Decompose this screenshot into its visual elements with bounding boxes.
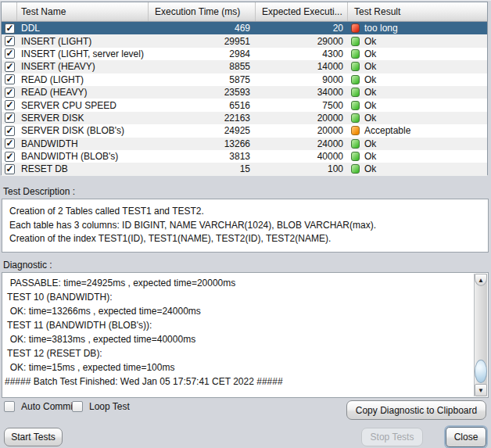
table-row[interactable]: READ (HEAVY)2359334000Ok xyxy=(2,86,487,99)
scroll-down-icon[interactable]: ▼ xyxy=(475,384,487,396)
table-row[interactable]: SERVER DISK2216320000Ok xyxy=(2,112,487,124)
scrollbar-thumb[interactable] xyxy=(475,360,487,383)
test-name-cell[interactable]: DDL xyxy=(17,23,149,34)
diagnostic-text[interactable]: PASSABLE: time=24925ms , expected time=2… xyxy=(2,273,488,389)
execution-time-cell[interactable]: 6516 xyxy=(149,100,256,111)
table-row[interactable]: BANDWIDTH (BLOB's)381340000Ok xyxy=(2,150,487,163)
checked-checkbox-icon[interactable] xyxy=(5,113,15,123)
expected-time-cell[interactable]: 20 xyxy=(256,23,348,34)
copy-diagnostic-button[interactable]: Copy Diagnostic to Clipboard xyxy=(346,400,486,420)
test-name-cell[interactable]: READ (HEAVY) xyxy=(17,87,149,98)
test-name-cell[interactable]: SERVER CPU SPEED xyxy=(17,100,149,111)
expected-time-cell[interactable]: 34000 xyxy=(256,87,348,98)
checked-checkbox-icon[interactable] xyxy=(5,62,15,72)
checked-checkbox-icon[interactable] xyxy=(5,36,15,46)
checked-checkbox-icon[interactable] xyxy=(5,126,15,136)
column-header-test-name[interactable]: Test Name xyxy=(17,2,149,21)
loop-test-label: Loop Test xyxy=(89,401,130,412)
table-row[interactable]: RESET DB15100Ok xyxy=(2,163,487,175)
test-name-cell[interactable]: READ (LIGHT) xyxy=(17,74,149,85)
scroll-up-icon[interactable]: ▲ xyxy=(475,274,487,286)
checked-checkbox-icon[interactable] xyxy=(5,164,15,174)
close-button[interactable]: Close xyxy=(446,427,486,447)
expected-time-cell[interactable]: 29000 xyxy=(256,36,348,47)
table-row[interactable]: READ (LIGHT)58759000Ok xyxy=(2,73,487,86)
execution-time-cell[interactable]: 8855 xyxy=(149,61,256,72)
column-header-test-result[interactable]: Test Result xyxy=(348,2,487,21)
checked-checkbox-icon[interactable] xyxy=(5,152,15,162)
table-row[interactable]: BANDWIDTH1326624000Ok xyxy=(2,138,487,150)
execution-time-cell[interactable]: 23593 xyxy=(149,87,256,98)
execution-time-cell[interactable]: 29951 xyxy=(149,36,256,47)
execution-time-cell[interactable]: 13266 xyxy=(149,138,256,149)
test-name-cell[interactable]: INSERT (HEAVY) xyxy=(17,61,149,72)
status-green-icon xyxy=(351,88,360,97)
test-result-cell[interactable]: too long xyxy=(348,23,487,34)
expected-time-cell[interactable]: 100 xyxy=(256,163,348,174)
test-result-cell[interactable]: Ok xyxy=(348,151,487,162)
status-label: Ok xyxy=(364,61,376,72)
test-result-cell[interactable]: Ok xyxy=(348,74,487,85)
status-label: Ok xyxy=(364,138,376,149)
checked-checkbox-icon[interactable] xyxy=(5,23,15,34)
loop-test-checkbox[interactable]: Loop Test xyxy=(72,401,130,412)
auto-commit-checkbox[interactable]: Auto Commit xyxy=(4,401,75,412)
test-result-cell[interactable]: Ok xyxy=(348,48,487,59)
table-row[interactable]: SERVER CPU SPEED65167500Ok xyxy=(2,99,487,111)
test-name-cell[interactable]: BANDWIDTH (BLOB's) xyxy=(17,151,149,162)
expected-time-cell[interactable]: 20000 xyxy=(256,113,348,124)
checked-checkbox-icon[interactable] xyxy=(5,74,15,84)
test-name-cell[interactable]: INSERT (LIGHT) xyxy=(17,36,149,47)
column-header-checkbox[interactable] xyxy=(2,2,17,21)
test-name-cell[interactable]: BANDWIDTH xyxy=(17,138,149,149)
expected-time-cell[interactable]: 24000 xyxy=(256,138,348,149)
test-result-cell[interactable]: Ok xyxy=(348,113,487,124)
execution-time-cell[interactable]: 24925 xyxy=(149,125,256,136)
loop-test-box-icon[interactable] xyxy=(72,401,83,412)
expected-time-cell[interactable]: 14000 xyxy=(256,61,348,72)
table-row[interactable]: SERVER DISK (BLOB's)2492520000Acceptable xyxy=(2,124,487,137)
checked-checkbox-icon[interactable] xyxy=(5,88,15,98)
test-result-cell[interactable]: Ok xyxy=(348,61,487,72)
execution-time-cell[interactable]: 469 xyxy=(149,23,256,34)
execution-time-cell[interactable]: 2984 xyxy=(149,48,256,59)
execution-time-cell[interactable]: 3813 xyxy=(149,151,256,162)
checked-checkbox-icon[interactable] xyxy=(5,48,15,59)
checked-checkbox-icon[interactable] xyxy=(5,100,15,110)
test-name-cell[interactable]: SERVER DISK (BLOB's) xyxy=(17,125,149,136)
start-tests-button[interactable]: Start Tests xyxy=(4,428,63,446)
status-label: Ok xyxy=(364,87,376,98)
execution-time-cell[interactable]: 15 xyxy=(149,163,256,174)
status-green-icon xyxy=(351,49,360,59)
test-result-cell[interactable]: Ok xyxy=(348,100,487,111)
diagnostic-panel[interactable]: PASSABLE: time=24925ms , expected time=2… xyxy=(2,272,489,398)
table-row[interactable]: INSERT (LIGHT, server level)29844300Ok xyxy=(2,48,487,60)
expected-time-cell[interactable]: 9000 xyxy=(256,74,348,85)
test-result-cell[interactable]: Ok xyxy=(348,163,487,174)
status-red-icon xyxy=(351,23,360,33)
expected-time-cell[interactable]: 20000 xyxy=(256,125,348,136)
test-result-cell[interactable]: Ok xyxy=(348,87,487,98)
table-row[interactable]: INSERT (LIGHT)2995129000Ok xyxy=(2,34,487,47)
test-result-cell[interactable]: Acceptable xyxy=(348,125,487,136)
table-row[interactable]: DDL46920too long xyxy=(2,22,487,34)
auto-commit-box-icon[interactable] xyxy=(4,401,15,412)
execution-time-cell[interactable]: 5875 xyxy=(149,74,256,85)
table-row[interactable]: INSERT (HEAVY)885514000Ok xyxy=(2,60,487,73)
column-header-execution-time[interactable]: Execution Time (ms) xyxy=(149,2,256,21)
test-result-cell[interactable]: Ok xyxy=(348,36,487,47)
diagnostic-scrollbar[interactable]: ▲ ▼ xyxy=(474,274,487,396)
test-result-cell[interactable]: Ok xyxy=(348,138,487,149)
test-name-cell[interactable]: RESET DB xyxy=(17,163,149,174)
test-name-cell[interactable]: SERVER DISK xyxy=(17,113,149,124)
expected-time-cell[interactable]: 40000 xyxy=(256,151,348,162)
row-checkbox-cell xyxy=(2,138,17,149)
status-green-icon xyxy=(351,37,360,46)
stop-tests-button[interactable]: Stop Tests xyxy=(361,428,423,446)
column-header-expected-execution[interactable]: Expected Executi... xyxy=(256,2,348,21)
test-name-cell[interactable]: INSERT (LIGHT, server level) xyxy=(17,48,149,59)
execution-time-cell[interactable]: 22163 xyxy=(149,113,256,124)
expected-time-cell[interactable]: 4300 xyxy=(256,48,348,59)
expected-time-cell[interactable]: 7500 xyxy=(256,100,348,111)
checked-checkbox-icon[interactable] xyxy=(5,138,15,149)
